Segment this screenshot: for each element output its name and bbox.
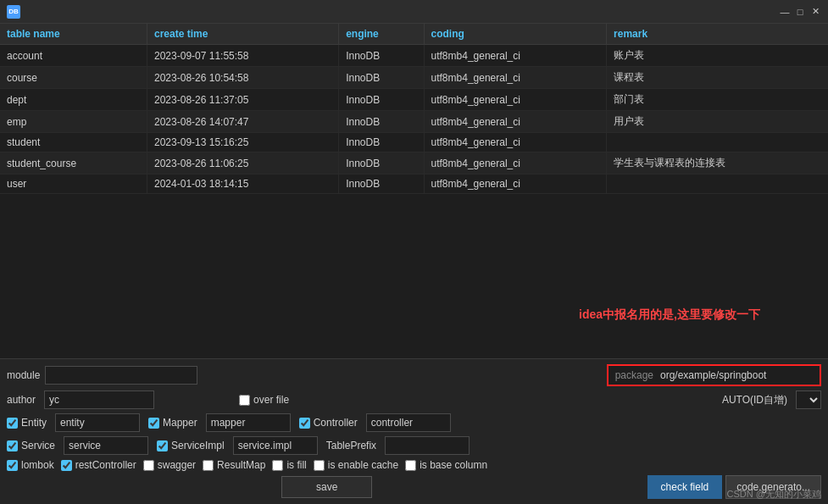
swagger-checkbox[interactable] [143,460,154,471]
controller-checkbox[interactable] [299,418,310,429]
rest-controller-checkbox[interactable] [61,460,72,471]
author-input[interactable] [44,390,154,409]
form-area: module package author over file AUTO(ID自… [0,358,828,504]
table-cell-remark: 账户表 [607,45,828,67]
is-fill-group: is fill [272,459,306,471]
table-row[interactable]: account2023-09-07 11:55:58InnoDButf8mb4_… [0,45,828,67]
table-body: account2023-09-07 11:55:58InnoDButf8mb4_… [0,45,828,194]
mapper-checkbox[interactable] [148,418,159,429]
is-base-column-group: is base column [405,459,487,471]
table-cell-engine: InnoDB [339,45,424,67]
entity-checkbox[interactable] [7,418,18,429]
service-label: Service [21,440,55,451]
lombok-label: lombok [21,459,54,471]
table-cell-tableName: emp [0,111,147,133]
service-impl-input[interactable] [233,436,318,455]
table-area: table name create time engine coding rem… [0,24,828,291]
entity-group: Entity [7,417,47,429]
check-field-button[interactable]: check field [647,475,723,499]
package-label: package [615,369,653,381]
title-bar-left: DB [7,5,25,19]
table-cell-tableName: student [0,133,147,152]
table-cell-engine: InnoDB [339,152,424,174]
is-fill-checkbox[interactable] [272,460,283,471]
over-file-label: over file [253,394,289,406]
close-button[interactable]: ✕ [809,6,821,18]
is-base-column-label: is base column [420,459,487,471]
table-cell-remark [607,133,828,152]
controller-group: Controller [299,417,358,429]
table-cell-tableName: user [0,174,147,194]
table-row[interactable]: dept2023-08-26 11:37:05InnoDButf8mb4_gen… [0,89,828,111]
controller-label: Controller [314,417,358,429]
maximize-button[interactable]: □ [794,6,806,18]
is-base-column-checkbox[interactable] [405,460,416,471]
main-area: table name create time engine coding rem… [0,24,828,504]
table-cell-createTime: 2023-08-26 11:06:25 [147,152,339,174]
table-cell-createTime: 2023-08-26 14:07:47 [147,111,339,133]
table-cell-createTime: 2023-09-13 15:16:25 [147,133,339,152]
table-cell-engine: InnoDB [339,174,424,194]
is-fill-label: is fill [286,459,306,471]
author-label: author [7,394,36,406]
table-cell-remark: 课程表 [607,67,828,89]
table-cell-remark: 用户表 [607,111,828,133]
controller-input[interactable] [366,413,451,432]
auto-id-select[interactable]: ▼ [796,390,821,409]
minimize-button[interactable]: — [779,6,791,18]
table-cell-remark: 学生表与课程表的连接表 [607,152,828,174]
table-cell-coding: utf8mb4_general_ci [424,152,607,174]
table-row[interactable]: student_course2023-08-26 11:06:25InnoDBu… [0,152,828,174]
table-cell-coding: utf8mb4_general_ci [424,67,607,89]
over-file-checkbox[interactable] [239,395,250,406]
annotation-text: idea中报名用的是,这里要修改一下 [579,307,760,323]
service-input[interactable] [64,436,148,455]
table-row[interactable]: course2023-08-26 10:54:58InnoDButf8mb4_g… [0,67,828,89]
service-impl-group: ServiceImpl [157,440,225,451]
table-cell-tableName: course [0,67,147,89]
table-cell-coding: utf8mb4_general_ci [424,174,607,194]
service-impl-checkbox[interactable] [157,440,168,451]
service-checkbox[interactable] [7,440,18,451]
table-cell-tableName: dept [0,89,147,111]
table-wrapper[interactable]: table name create time engine coding rem… [0,24,828,291]
table-cell-engine: InnoDB [339,111,424,133]
col-coding: coding [424,24,607,45]
table-cell-coding: utf8mb4_general_ci [424,133,607,152]
table-cell-remark: 部门表 [607,89,828,111]
is-enable-cache-checkbox[interactable] [314,460,325,471]
result-map-label: ResultMap [217,459,265,471]
result-map-checkbox[interactable] [203,460,214,471]
col-table-name: table name [0,24,147,45]
entity-input[interactable] [55,413,140,432]
col-remark: remark [607,24,828,45]
swagger-group: swagger [143,459,196,471]
entity-label: Entity [21,417,47,429]
annotation-area: idea中报名用的是,这里要修改一下 [0,291,828,358]
package-input[interactable] [660,369,813,381]
table-cell-createTime: 2023-09-07 11:55:58 [147,45,339,67]
table-cell-remark [607,174,828,194]
save-button[interactable]: save [281,476,372,498]
table-row[interactable]: student2023-09-13 15:16:25InnoDButf8mb4_… [0,133,828,152]
table-cell-engine: InnoDB [339,133,424,152]
service-group: Service [7,440,55,451]
table-row[interactable]: user2024-01-03 18:14:15InnoDButf8mb4_gen… [0,174,828,194]
rest-controller-group: restController [61,459,136,471]
is-enable-cache-group: is enable cache [314,459,398,471]
lombok-group: lombok [7,459,54,471]
app-icon: DB [7,5,20,19]
table-row[interactable]: emp2023-08-26 14:07:47InnoDButf8mb4_gene… [0,111,828,133]
mapper-input[interactable] [206,413,291,432]
swagger-label: swagger [158,459,196,471]
table-prefix-input[interactable] [385,436,470,455]
title-bar-controls: — □ ✕ [779,6,821,18]
table-cell-engine: InnoDB [339,67,424,89]
lombok-checkbox[interactable] [7,460,18,471]
table-prefix-label: TablePrefix [326,440,376,451]
module-input[interactable] [45,366,197,385]
module-label: module [7,369,40,381]
table-cell-tableName: account [0,45,147,67]
table-header-row: table name create time engine coding rem… [0,24,828,45]
mapper-group: Mapper [148,417,197,429]
